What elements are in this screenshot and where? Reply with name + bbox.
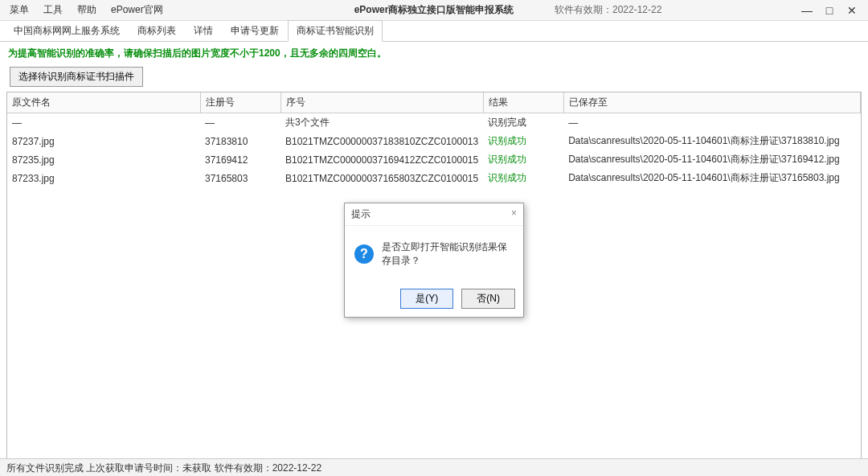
dialog-close-icon[interactable]: ×: [511, 207, 517, 221]
dialog-yes-button[interactable]: 是(Y): [400, 289, 453, 309]
dialog-message: 是否立即打开智能识别结果保存目录？: [382, 240, 514, 268]
question-icon: ?: [354, 244, 374, 264]
dialog-title-text: 提示: [351, 207, 371, 221]
dialog-overlay: 提示 × ? 是否立即打开智能识别结果保存目录？ 是(Y) 否(N): [0, 0, 868, 476]
dialog-no-button[interactable]: 否(N): [461, 289, 515, 309]
dialog-button-row: 是(Y) 否(N): [345, 282, 523, 317]
confirm-dialog: 提示 × ? 是否立即打开智能识别结果保存目录？ 是(Y) 否(N): [344, 203, 524, 318]
dialog-body: ? 是否立即打开智能识别结果保存目录？: [345, 226, 523, 282]
dialog-titlebar: 提示 ×: [345, 203, 523, 226]
